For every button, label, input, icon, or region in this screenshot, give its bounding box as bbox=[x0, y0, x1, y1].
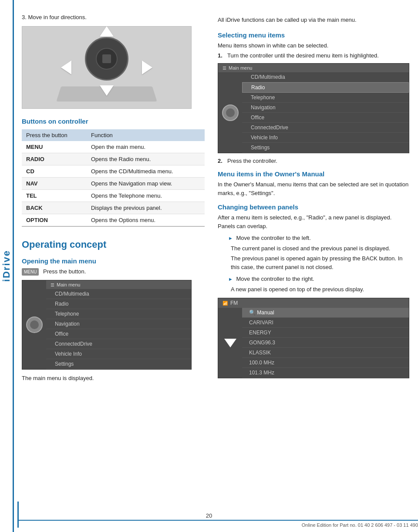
button-name-cell: TEL bbox=[22, 189, 87, 202]
controller-image bbox=[22, 26, 192, 109]
screen-item: Telephone bbox=[242, 93, 409, 103]
page-number: 20 bbox=[206, 512, 212, 519]
bullet-right: ► Move the controller to the right. A ne… bbox=[222, 275, 409, 293]
function-cell: Open the main menu. bbox=[87, 141, 205, 153]
screen-item: Vehicle Info bbox=[242, 133, 409, 143]
changing-panels-intro: After a menu item is selected, e.g., "Ra… bbox=[218, 213, 409, 230]
fm-item: 🔍 Manual bbox=[242, 308, 409, 318]
screen-item: Navigation bbox=[46, 319, 191, 329]
screen-item: Settings bbox=[46, 359, 191, 369]
col-header-function: Function bbox=[87, 129, 205, 141]
function-cell: Opens the CD/Multimedia menu. bbox=[87, 165, 205, 177]
table-row: NAVOpens the Navigation map view. bbox=[22, 177, 205, 189]
left-screen-items: CD/MultimediaRadioTelephoneNavigationOff… bbox=[46, 289, 191, 369]
main-menu-screen-left: ☰ Main menu CD/MultimediaRadioTelephoneN… bbox=[22, 280, 192, 370]
fm-arrow-area bbox=[218, 308, 242, 378]
col-header-button: Press the button bbox=[22, 129, 87, 141]
fm-screen: 📶 FM 🔍 ManualCARIVARIENERGYGONG96.3KLASS… bbox=[218, 298, 409, 378]
bullet-left-main: ► Move the controller to the left. bbox=[228, 234, 409, 242]
right-knob-inner bbox=[226, 108, 235, 117]
right-screen-items-container: CD/MultimediaRadioTelephoneNavigationOff… bbox=[218, 72, 409, 153]
screen-item: Radio bbox=[46, 299, 191, 309]
screen-item: Vehicle Info bbox=[46, 349, 191, 359]
function-cell: Opens the Navigation map view. bbox=[87, 177, 205, 189]
fm-icon: 📶 bbox=[222, 301, 228, 306]
step1-text: Turn the controller until the desired me… bbox=[227, 52, 379, 59]
side-tab-label: iDrive bbox=[1, 250, 12, 282]
screen-item: Telephone bbox=[46, 309, 191, 319]
step2-num: 2. bbox=[218, 158, 225, 164]
right-screen-title: Main menu bbox=[229, 65, 252, 71]
right-screen-wrapper: CD/MultimediaRadioTelephoneNavigationOff… bbox=[218, 72, 409, 153]
screen-item: Office bbox=[46, 329, 191, 339]
menu-badge: MENU bbox=[22, 268, 39, 276]
selecting-screen: ☰ Main menu CD/MultimediaRadioTelephoneN… bbox=[218, 63, 409, 153]
bullet-left-sub2: The previous panel is opened again by pr… bbox=[231, 254, 409, 271]
bullet-left-sub1: The current panel is closed and the prev… bbox=[231, 244, 409, 253]
changing-panels-heading: Changing between panels bbox=[218, 203, 409, 211]
opening-menu-text: Press the button. bbox=[43, 268, 86, 275]
table-row: OPTIONOpens the Options menu. bbox=[22, 214, 205, 226]
intro-text: All iDrive functions can be called up vi… bbox=[218, 16, 409, 24]
button-name-cell: CD bbox=[22, 165, 87, 177]
fm-item: ENERGY bbox=[242, 328, 409, 338]
bullet-right-main: ► Move the controller to the right. bbox=[228, 275, 409, 283]
select-step-1: 1. Turn the controller until the desired… bbox=[218, 52, 409, 59]
bullet-right-main-text: Move the controller to the right. bbox=[236, 276, 314, 282]
fm-content-area: 🔍 ManualCARIVARIENERGYGONG96.3KLASSIK100… bbox=[218, 308, 409, 378]
footer-text: Online Edition for Part no. 01 40 2 606 … bbox=[302, 522, 418, 528]
buttons-section-heading: Buttons on controller bbox=[22, 118, 205, 125]
fm-item: CARIVARI bbox=[242, 318, 409, 328]
table-row: BACKDisplays the previous panel. bbox=[22, 202, 205, 214]
bullet-arrow-icon: ► bbox=[228, 236, 233, 241]
knob-area bbox=[22, 280, 46, 369]
table-row: MENUOpen the main menu. bbox=[22, 141, 205, 153]
table-row: TELOpens the Telephone menu. bbox=[22, 189, 205, 202]
side-tab: iDrive bbox=[0, 0, 14, 532]
selecting-menu-items-heading: Selecting menu items bbox=[218, 31, 409, 39]
right-screen-header: ☰ Main menu bbox=[218, 64, 409, 72]
down-arrow-icon bbox=[224, 339, 236, 347]
right-column: All iDrive functions can be called up vi… bbox=[218, 13, 409, 385]
table-header-row: Press the button Function bbox=[22, 129, 205, 141]
screen-item: Office bbox=[242, 113, 409, 123]
button-name-cell: MENU bbox=[22, 141, 87, 153]
main-menu-displayed-text: The main menu is displayed. bbox=[22, 374, 205, 383]
owners-manual-heading: Menu items in the Owner's Manual bbox=[218, 170, 409, 178]
screen-header-label: Main menu bbox=[57, 282, 80, 287]
fm-screen-header: 📶 FM bbox=[218, 298, 409, 308]
fm-item: 101.3 MHz bbox=[242, 368, 409, 378]
fm-items-container: 🔍 ManualCARIVARIENERGYGONG96.3KLASSIK100… bbox=[242, 308, 409, 378]
left-column: 3. Move in four directions. bbox=[22, 13, 205, 385]
screen-item: CD/Multimedia bbox=[46, 289, 191, 299]
right-items-list: CD/MultimediaRadioTelephoneNavigationOff… bbox=[242, 72, 409, 153]
step3-description: Move in four directions. bbox=[28, 14, 86, 20]
bullet-arrow-icon-2: ► bbox=[228, 276, 233, 282]
screen-item: Settings bbox=[242, 143, 409, 153]
right-knob-area bbox=[218, 72, 242, 153]
controller-knob bbox=[26, 317, 43, 333]
knob-inner bbox=[30, 320, 39, 329]
function-cell: Displays the previous panel. bbox=[87, 202, 205, 214]
screen-header-left: ☰ Main menu bbox=[46, 280, 191, 289]
owners-manual-text: In the Owner's Manual, menu items that c… bbox=[218, 180, 409, 197]
screen-item: ConnectedDrive bbox=[46, 339, 191, 349]
button-name-cell: OPTION bbox=[22, 214, 87, 226]
right-screen-icon: ☰ bbox=[222, 66, 226, 71]
bullet-left-main-text: Move the controller to the left. bbox=[236, 235, 311, 241]
selecting-steps: 1. Turn the controller until the desired… bbox=[218, 52, 409, 59]
button-name-cell: RADIO bbox=[22, 153, 87, 165]
fm-item: GONG96.3 bbox=[242, 338, 409, 348]
step2-text: Press the controller. bbox=[227, 158, 277, 164]
bullet-left: ► Move the controller to the left. The c… bbox=[222, 234, 409, 271]
selecting-intro: Menu items shown in white can be selecte… bbox=[218, 41, 409, 50]
step1-num: 1. bbox=[218, 52, 225, 59]
screen-item: Navigation bbox=[242, 103, 409, 113]
bullet-right-sub1: A new panel is opened on top of the prev… bbox=[231, 285, 409, 294]
opening-menu-instruction: MENU Press the button. bbox=[22, 267, 205, 276]
buttons-table: Press the button Function MENUOpen the m… bbox=[22, 129, 205, 227]
table-row: RADIOOpens the Radio menu. bbox=[22, 153, 205, 165]
selecting-steps-2: 2. Press the controller. bbox=[218, 158, 409, 164]
table-row: CDOpens the CD/Multimedia menu. bbox=[22, 165, 205, 177]
fm-item: 100.0 MHz bbox=[242, 358, 409, 368]
